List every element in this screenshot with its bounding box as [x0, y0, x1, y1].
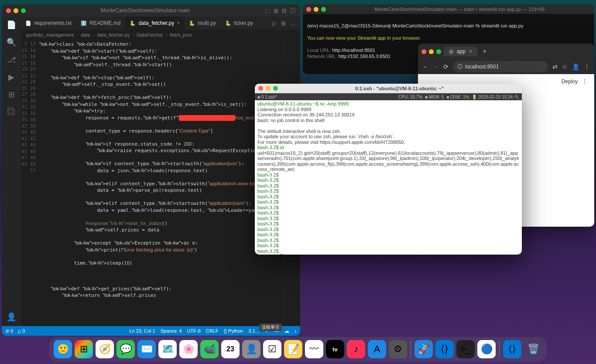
breadcrumb-item[interactable]: fetch_proc — [170, 32, 192, 37]
accounts-icon[interactable]: 👤 — [7, 312, 16, 322]
close-icon[interactable] — [6, 8, 11, 13]
editor-tab[interactable]: 📄requirements.txt — [21, 17, 76, 30]
testing-icon[interactable]: ⿻ — [7, 107, 15, 116]
debug-icon[interactable]: ▶ — [8, 72, 14, 82]
explorer-icon[interactable]: 📄 — [7, 20, 16, 30]
dock-appstore[interactable]: A — [368, 340, 386, 358]
dock[interactable]: 🙂⊞🧭💬✉️🗺️🌸📹23👤☑📝〰tv♪A⚙🚀⟨⟩>_🔵⟨⟩🗑️ — [49, 337, 547, 361]
maximize-icon[interactable] — [321, 7, 326, 12]
dock-messages[interactable]: 💬 — [116, 340, 135, 358]
editor-tabs: 📄requirements.txtℹ️README.md🐍data_fetche… — [21, 17, 300, 30]
app-menu-icon[interactable]: ⋮ — [582, 78, 587, 85]
title-layout-icons[interactable]: ⬚ ⊞ ⊟ ⿴ — [265, 7, 296, 14]
more-icon[interactable]: … — [290, 20, 296, 27]
bookmark-icon[interactable]: ☆ — [562, 63, 568, 70]
reload-button[interactable]: ⟳ — [443, 63, 449, 70]
dock-maps[interactable]: 🗺️ — [158, 340, 177, 358]
ssh-content[interactable]: ubuntu@VM-8-11-ubuntu:~$ nc -lvnp 9999 L… — [255, 100, 522, 255]
status-item[interactable]: Ln 23, Col 1 — [129, 328, 155, 334]
breadcrumb-item[interactable]: data — [81, 32, 90, 37]
git-icon[interactable]: ⎇ — [7, 55, 16, 65]
tab-actions[interactable]: ▷ ⊞ … — [268, 20, 300, 27]
extensions-icon[interactable]: ⊞ — [8, 90, 15, 99]
close-icon[interactable] — [306, 7, 311, 12]
minimize-icon[interactable] — [266, 86, 271, 91]
minimize-icon[interactable] — [429, 49, 434, 54]
local-url: http://localhost:8501 — [332, 48, 375, 53]
breadcrumb-item[interactable]: data_fetcher.py — [97, 32, 130, 37]
minimize-icon[interactable] — [14, 8, 18, 13]
dock-reminders[interactable]: ☑ — [263, 340, 281, 358]
back-button[interactable]: ← — [422, 63, 428, 70]
layout-icon[interactable]: ⊟ — [282, 7, 287, 14]
translate-icon[interactable]: ⇄ — [552, 63, 558, 70]
browser-tab[interactable]: ◎ app × — [444, 47, 477, 56]
line-gutter: 7 12 13 14 15 16 17 18 19 20 21 22 23 24… — [21, 40, 39, 326]
status-item[interactable]: ☁ — [284, 328, 289, 334]
status-item[interactable]: UTF-8 — [187, 328, 201, 334]
ssh-titlebar[interactable]: 0:1:ssh - "ubuntu@VM-8-11-ubuntu: ~" — [255, 84, 522, 93]
dock-music[interactable]: ♪ — [347, 340, 365, 358]
layout-icon[interactable]: ⊞ — [274, 7, 278, 14]
status-item[interactable]: {} Python — [224, 328, 243, 334]
editor-tab[interactable]: 🐍data_fetcher.py× — [125, 17, 185, 30]
cpu-status: CPU: 10.7% — [398, 95, 422, 99]
browser-tabstrip[interactable]: ◎ app × + — [418, 44, 594, 59]
status-item[interactable]: 3.1… — [248, 328, 260, 334]
search-icon[interactable]: 🔍 — [7, 37, 16, 47]
address-bar[interactable]: ⓘ localhost:8501 — [453, 61, 548, 72]
menu-icon[interactable]: ⋮ — [584, 63, 590, 70]
maximize-icon[interactable] — [21, 8, 26, 13]
forward-button[interactable]: → — [433, 63, 439, 70]
run-icon[interactable]: ▷ — [272, 20, 277, 27]
dock-photos[interactable]: 🌸 — [179, 340, 198, 358]
layout-icon[interactable]: ⿴ — [290, 7, 296, 14]
status-bar[interactable]: ⊘ 0 △ 0 Ln 23, Col 1Spaces: 4UTF-8CRLF{}… — [2, 326, 300, 336]
tab-close-icon[interactable]: × — [177, 20, 180, 26]
dock-notes[interactable]: 📝 — [284, 340, 302, 358]
dock-facetime[interactable]: 📹 — [200, 340, 219, 358]
dock-shadowrocket[interactable]: 🚀 — [414, 340, 433, 358]
errors-count[interactable]: ⊘ 0 — [5, 328, 13, 334]
editor-tab[interactable]: 🐍multi.py — [185, 17, 220, 30]
breadcrumbs[interactable]: portfolio_management›data›data_fetcher.p… — [21, 30, 300, 40]
terminal-titlebar[interactable]: MonteCarloStockInvestSimulator-main — ba… — [303, 4, 594, 14]
dock-chrome[interactable]: 🔵 — [477, 340, 496, 358]
dock-freeform[interactable]: 〰 — [305, 340, 323, 358]
close-icon[interactable] — [421, 49, 426, 54]
minimize-icon[interactable] — [314, 7, 319, 12]
status-item[interactable]: Spaces: 4 — [161, 328, 182, 334]
dock-vscode2[interactable]: ⟨⟩ — [503, 340, 521, 358]
new-tab-button[interactable]: + — [483, 48, 486, 55]
status-item[interactable]: CRLF — [206, 328, 219, 334]
dock-calendar[interactable]: 23 — [221, 340, 240, 358]
vscode-titlebar[interactable]: MonteCarloStockInvestSimulator-main ⬚ ⊞ … — [2, 4, 300, 17]
breadcrumb-item[interactable]: DataFetcher — [137, 32, 163, 37]
dock-contacts[interactable]: 👤 — [242, 340, 260, 358]
profile-icon[interactable]: 👤 — [572, 63, 579, 70]
split-icon[interactable]: ⊞ — [281, 20, 286, 27]
maximize-icon[interactable] — [436, 49, 441, 54]
dock-launchpad[interactable]: ⊞ — [75, 340, 93, 358]
dock-trash[interactable]: 🗑️ — [524, 340, 542, 358]
dock-finder[interactable]: 🙂 — [54, 340, 72, 358]
dock-terminal[interactable]: >_ — [456, 340, 475, 358]
editor-tab[interactable]: ℹ️README.md — [76, 17, 125, 30]
dock-tv[interactable]: tv — [326, 340, 344, 358]
traffic-lights[interactable] — [6, 8, 26, 13]
deploy-button[interactable]: Deploy — [562, 78, 578, 85]
close-icon[interactable] — [258, 86, 263, 91]
dock-settings[interactable]: ⚙ — [389, 340, 407, 358]
status-item[interactable]: ♪ — [295, 328, 297, 334]
maximize-icon[interactable] — [273, 86, 278, 91]
warnings-count[interactable]: △ 0 — [17, 328, 25, 334]
layout-icon[interactable]: ⬚ — [265, 7, 270, 14]
dock-vscode[interactable]: ⟨⟩ — [435, 340, 454, 358]
tab-close-icon[interactable]: × — [469, 48, 472, 54]
breadcrumb-item[interactable]: portfolio_management — [26, 32, 74, 37]
code-area[interactable]: "tok-kw">class "tok-cls">DataFetcher: "t… — [39, 40, 283, 326]
site-info-icon[interactable]: ⓘ — [457, 63, 462, 71]
editor-tab[interactable]: 🐍ticker.py — [221, 17, 258, 30]
dock-mail[interactable]: ✉️ — [137, 340, 156, 358]
dock-safari[interactable]: 🧭 — [96, 340, 114, 358]
